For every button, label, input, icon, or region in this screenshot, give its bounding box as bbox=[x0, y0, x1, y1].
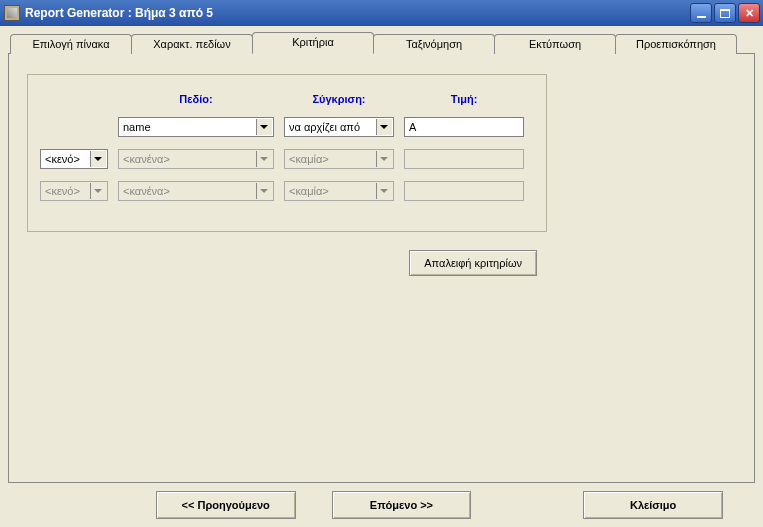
tab-label: Κριτήρια bbox=[292, 36, 334, 48]
header-compare: Σύγκριση: bbox=[284, 93, 394, 105]
next-button[interactable]: Επόμενο >> bbox=[332, 491, 472, 519]
clear-criteria-label: Απαλειφή κριτηρίων bbox=[424, 257, 522, 269]
close-label: Κλείσιμο bbox=[630, 499, 676, 511]
close-button[interactable]: Κλείσιμο bbox=[583, 491, 723, 519]
compare-select-value: <καμία> bbox=[289, 153, 329, 165]
titlebar: Report Generator : Βήμα 3 από 5 ✕ bbox=[0, 0, 763, 26]
maximize-button[interactable] bbox=[714, 3, 736, 23]
chevron-down-icon bbox=[380, 125, 388, 129]
tab-field-props[interactable]: Χαρακτ. πεδίων bbox=[131, 34, 253, 54]
chevron-down-icon bbox=[94, 157, 102, 161]
conjunction-select-row3: <κενό> bbox=[40, 181, 108, 201]
tab-preview[interactable]: Προεπισκόπηση bbox=[615, 34, 737, 54]
tab-sort[interactable]: Ταξινόμηση bbox=[373, 34, 495, 54]
app-icon bbox=[4, 5, 20, 21]
value-input-field[interactable] bbox=[409, 119, 519, 135]
compare-select-value: <καμία> bbox=[289, 185, 329, 197]
tab-criteria[interactable]: Κριτήρια bbox=[252, 32, 374, 54]
compare-select-row2: <καμία> bbox=[284, 149, 394, 169]
header-field: Πεδίο: bbox=[118, 93, 274, 105]
chevron-down-icon bbox=[94, 189, 102, 193]
field-select-value: <κανένα> bbox=[123, 185, 170, 197]
field-select-row2: <κανένα> bbox=[118, 149, 274, 169]
criteria-group: Πεδίο: Σύγκριση: Τιμή: name να αρχίζει α… bbox=[27, 74, 547, 232]
tab-label: Ταξινόμηση bbox=[406, 38, 462, 50]
value-input-row1[interactable] bbox=[404, 117, 524, 137]
clear-criteria-button[interactable]: Απαλειφή κριτηρίων bbox=[409, 250, 537, 276]
chevron-down-icon bbox=[380, 157, 388, 161]
next-label: Επόμενο >> bbox=[370, 499, 433, 511]
compare-select-value: να αρχίζει από bbox=[289, 121, 360, 133]
chevron-down-icon bbox=[260, 157, 268, 161]
compare-select-row1[interactable]: να αρχίζει από bbox=[284, 117, 394, 137]
compare-select-row3: <καμία> bbox=[284, 181, 394, 201]
field-select-row3: <κανένα> bbox=[118, 181, 274, 201]
tab-select-table[interactable]: Επιλογή πίνακα bbox=[10, 34, 132, 54]
minimize-button[interactable] bbox=[690, 3, 712, 23]
tab-label: Προεπισκόπηση bbox=[636, 38, 716, 50]
value-input-field bbox=[409, 151, 519, 167]
field-select-value: <κανένα> bbox=[123, 153, 170, 165]
conjunction-value: <κενό> bbox=[45, 153, 80, 165]
tab-label: Επιλογή πίνακα bbox=[32, 38, 109, 50]
value-input-row2 bbox=[404, 149, 524, 169]
value-input-field bbox=[409, 183, 519, 199]
field-select-row1[interactable]: name bbox=[118, 117, 274, 137]
chevron-down-icon bbox=[380, 189, 388, 193]
wizard-nav: << Προηγούμενο Επόμενο >> Κλείσιμο bbox=[0, 491, 763, 519]
prev-button[interactable]: << Προηγούμενο bbox=[156, 491, 296, 519]
value-input-row3 bbox=[404, 181, 524, 201]
conjunction-value: <κενό> bbox=[45, 185, 80, 197]
field-select-value: name bbox=[123, 121, 151, 133]
header-value: Τιμή: bbox=[404, 93, 524, 105]
prev-label: << Προηγούμενο bbox=[182, 499, 270, 511]
tabstrip: Επιλογή πίνακα Χαρακτ. πεδίων Κριτήρια Τ… bbox=[10, 34, 755, 54]
chevron-down-icon bbox=[260, 125, 268, 129]
conjunction-select-row2[interactable]: <κενό> bbox=[40, 149, 108, 169]
tab-label: Χαρακτ. πεδίων bbox=[153, 38, 230, 50]
close-window-button[interactable]: ✕ bbox=[738, 3, 760, 23]
window-title: Report Generator : Βήμα 3 από 5 bbox=[25, 6, 690, 20]
chevron-down-icon bbox=[260, 189, 268, 193]
tab-print[interactable]: Εκτύπωση bbox=[494, 34, 616, 54]
criteria-panel: Πεδίο: Σύγκριση: Τιμή: name να αρχίζει α… bbox=[8, 53, 755, 483]
tab-label: Εκτύπωση bbox=[529, 38, 581, 50]
